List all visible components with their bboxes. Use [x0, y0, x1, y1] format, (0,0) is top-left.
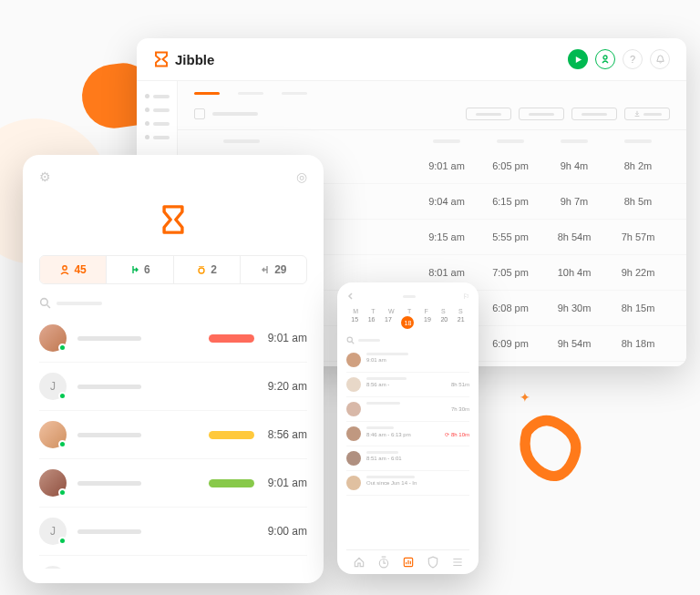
tablet-top-bar: [39, 169, 307, 184]
sidebar-item[interactable]: [145, 94, 170, 98]
cell-dur1: 10h 4m: [542, 267, 606, 278]
phone-top-bar: [346, 292, 469, 301]
phone-title: [403, 295, 416, 298]
item-name: [366, 377, 407, 380]
flag-icon[interactable]: [463, 292, 469, 301]
cell-out: 6:08 pm: [479, 303, 542, 313]
list-item[interactable]: 9:01 am: [346, 348, 469, 373]
sidebar-item[interactable]: [145, 135, 170, 139]
search-bar[interactable]: [39, 297, 307, 309]
cell-in: 8:01 am: [415, 267, 479, 278]
filter-button[interactable]: [571, 108, 617, 120]
item-name: [366, 426, 394, 429]
cell-dur1: 9h 30m: [542, 303, 606, 313]
play-button[interactable]: [568, 49, 588, 69]
export-button[interactable]: [624, 108, 670, 120]
list-item[interactable]: 8:51 am - 6:01: [346, 446, 469, 471]
stat-break[interactable]: 2: [174, 256, 241, 283]
list-item[interactable]: 7h 30m: [346, 397, 469, 422]
cell-dur1: 8h 54m: [542, 231, 606, 242]
sidebar-item[interactable]: [145, 108, 170, 112]
tablet-window: 45 6 2 29 9:01 am J 9:20 am 8:56 am: [23, 155, 324, 583]
sidebar-item[interactable]: [145, 121, 170, 126]
stat-value: 45: [74, 263, 86, 276]
locate-icon[interactable]: [296, 169, 307, 184]
search-icon: [346, 336, 355, 344]
cell-in: 9:15 am: [415, 231, 479, 242]
week-row: MTWTFSS: [346, 308, 469, 314]
date-cell[interactable]: 18: [401, 316, 414, 329]
item-time: 8:56 am: [262, 428, 307, 441]
phone-list: 9:01 am 8:56 am - 8h 51m 7h 30m 8:46 am …: [346, 348, 469, 549]
item-name: [366, 402, 400, 405]
item-time: 9:20 am: [262, 380, 307, 393]
in-icon: [129, 264, 140, 275]
out-icon: [260, 264, 271, 275]
user-status-icon[interactable]: [595, 49, 615, 69]
help-button[interactable]: ?: [623, 49, 643, 69]
brand-logo-icon: [153, 51, 170, 67]
decor-sparkle-icon: ✦: [520, 390, 530, 405]
date-cell[interactable]: 17: [385, 316, 392, 329]
stat-value: 29: [274, 263, 286, 276]
settings-icon[interactable]: [39, 169, 51, 184]
item-time: 9:01 am: [262, 477, 307, 489]
stats-row: 45 6 2 29: [39, 255, 307, 284]
weekday: T: [371, 308, 375, 314]
stat-people[interactable]: 45: [40, 256, 107, 283]
cell-dur2: 7h 57m: [606, 231, 670, 242]
header-actions: ?: [568, 49, 670, 69]
list-item[interactable]: Out since Jun 14 - In: [346, 471, 469, 496]
cell-dur1: 9h 54m: [542, 338, 606, 349]
filter-button[interactable]: [519, 108, 564, 120]
shield-icon[interactable]: [427, 556, 439, 569]
list-item[interactable]: 8:56 am: [39, 411, 307, 459]
timer-icon[interactable]: [377, 556, 390, 569]
stat-in[interactable]: 6: [107, 256, 173, 283]
status-bar: [209, 334, 254, 343]
list-item[interactable]: J 9:10 am: [39, 556, 307, 569]
menu-icon[interactable]: [451, 556, 464, 569]
filter-button[interactable]: [466, 108, 511, 120]
cell-dur2: 8h 5m: [606, 196, 670, 207]
cell-out: 6:05 pm: [479, 160, 542, 171]
date-cell[interactable]: 19: [424, 316, 431, 329]
list-item[interactable]: 8:56 am - 8h 51m: [346, 373, 469, 397]
report-icon[interactable]: [402, 556, 415, 569]
list-item[interactable]: J 9:20 am: [39, 363, 307, 411]
list-item[interactable]: 9:01 am: [39, 459, 307, 508]
cell-dur1: 9h 7m: [542, 196, 606, 207]
date-cell[interactable]: 20: [440, 316, 448, 329]
svg-point-0: [603, 56, 607, 59]
list-item[interactable]: J 9:00 am: [39, 508, 307, 556]
home-icon[interactable]: [353, 556, 365, 569]
stat-out[interactable]: 29: [241, 256, 306, 283]
item-name: [77, 336, 141, 341]
cell-in: 9:04 am: [415, 196, 479, 207]
avatar: J: [39, 518, 67, 545]
item-name: [77, 481, 141, 486]
item-name: [77, 385, 141, 389]
cell-in: 9:01 am: [415, 160, 479, 171]
item-duration: ⟳ 8h 10m: [445, 431, 469, 437]
phone-search[interactable]: [346, 336, 469, 344]
avatar: [346, 377, 361, 392]
date-cell[interactable]: 16: [368, 316, 376, 329]
filter-label: [212, 112, 258, 116]
date-cell[interactable]: 15: [351, 316, 358, 329]
item-time: 8:51 am - 6:01: [366, 456, 402, 461]
avatar: [346, 451, 361, 466]
list-item[interactable]: 9:01 am: [39, 314, 307, 363]
item-name: [366, 451, 398, 454]
checkbox[interactable]: [194, 108, 205, 119]
chevron-left-icon[interactable]: [346, 292, 355, 301]
avatar: [39, 421, 67, 448]
notifications-button[interactable]: [650, 49, 670, 69]
tablet-logo: [39, 204, 307, 239]
date-cell[interactable]: 21: [458, 316, 465, 329]
svg-point-3: [41, 299, 48, 306]
list-item[interactable]: 8:46 am - 6:13 pm ⟳ 8h 10m: [346, 422, 469, 446]
cell-out: 6:15 pm: [479, 196, 542, 207]
status-bar: [209, 431, 254, 439]
download-icon: [633, 110, 641, 118]
